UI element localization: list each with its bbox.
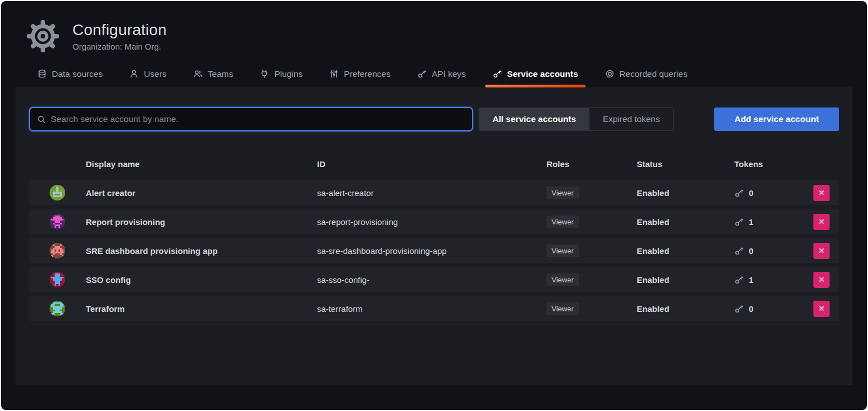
key-icon [417,69,427,79]
page-subtitle: Organization: Main Org. [72,42,167,51]
tab-plugins[interactable]: Plugins [252,60,310,87]
status-text: Enabled [637,246,734,256]
account-display-name[interactable]: Report provisioning [86,217,317,227]
table-row[interactable]: Terraform sa-terraform Viewer Enabled 0 … [29,296,839,321]
column-header-id: ID [317,159,547,169]
close-icon: ✕ [818,188,825,197]
tab-label: Plugins [274,69,303,79]
token-count: 0 [749,188,753,198]
tokens-cell: 0 [734,188,813,198]
role-badge: Viewer [547,187,579,199]
key-icon [492,69,502,79]
token-count: 0 [749,304,753,314]
role-badge: Viewer [547,216,579,228]
database-icon [37,69,47,79]
tokens-cell: 1 [734,275,813,285]
delete-service-account-button[interactable]: ✕ [813,214,830,230]
sliders-icon [329,69,339,79]
table-row[interactable]: Report provisioning sa-report-provisioni… [29,209,839,234]
search-icon [37,115,46,124]
search-input[interactable] [51,114,465,124]
status-text: Enabled [637,275,734,285]
avatar [50,185,65,200]
avatar [50,243,65,258]
column-header-tokens: Tokens [734,159,813,169]
avatar [50,272,65,287]
page-title: Configuration [72,21,167,39]
key-icon [734,304,744,314]
tokens-cell: 0 [734,246,813,256]
close-icon: ✕ [818,246,825,255]
status-text: Enabled [637,217,734,227]
close-icon: ✕ [818,275,825,284]
tab-teams[interactable]: Teams [186,60,241,87]
tab-recorded-queries[interactable]: Recorded queries [598,60,695,87]
account-display-name[interactable]: Terraform [86,304,317,314]
record-icon [605,69,615,79]
close-icon: ✕ [818,304,825,313]
column-header-roles: Roles [547,159,637,169]
account-id: sa-alert-creator [317,188,547,198]
toolbar: All service accounts Expired tokens Add … [29,107,839,131]
key-icon [734,188,744,198]
tab-users[interactable]: Users [122,60,173,87]
filter-expired-tokens[interactable]: Expired tokens [589,108,674,130]
filter-all-service-accounts[interactable]: All service accounts [479,108,589,130]
plug-icon [260,69,269,79]
account-id: sa-sre-dashboard-provisioning-app [317,246,547,256]
account-id: sa-sso-config- [317,275,547,285]
tab-service-accounts[interactable]: Service accounts [485,60,586,87]
tab-label: Preferences [344,69,391,79]
add-service-account-button[interactable]: Add service account [714,107,839,131]
service-accounts-panel: All service accounts Expired tokens Add … [16,87,852,385]
tab-label: Service accounts [507,69,578,79]
role-badge: Viewer [547,244,579,257]
column-header-status: Status [637,159,734,169]
delete-service-account-button[interactable]: ✕ [813,185,830,201]
column-header-display-name: Display name [86,159,317,169]
tab-label: API keys [432,69,466,79]
account-id: sa-terraform [317,304,547,314]
close-icon: ✕ [818,217,825,226]
table-header-row: Display name ID Roles Status Tokens [29,153,839,175]
user-icon [129,69,139,79]
token-count: 1 [749,217,753,227]
tab-label: Recorded queries [620,69,687,79]
delete-service-account-button[interactable]: ✕ [813,243,830,259]
table-row[interactable]: SRE dashboard provisioning app sa-sre-da… [29,238,839,263]
role-badge: Viewer [547,273,579,286]
account-id: sa-report-provisioning [317,217,547,227]
tab-api-keys[interactable]: API keys [410,60,473,87]
status-text: Enabled [637,304,734,314]
account-filter-group: All service accounts Expired tokens [479,107,674,131]
account-display-name[interactable]: SRE dashboard provisioning app [86,246,317,256]
users-icon [193,69,203,79]
delete-service-account-button[interactable]: ✕ [813,272,830,288]
key-icon [734,217,744,227]
service-accounts-table: Display name ID Roles Status Tokens Aler… [29,153,839,321]
config-tab-bar: Data sources Users Teams Plugins Prefere… [1,60,867,87]
app-window: Configuration Organization: Main Org. Da… [0,0,868,411]
search-box [29,107,473,131]
token-count: 0 [749,246,753,256]
avatar [50,301,65,316]
role-badge: Viewer [547,302,579,315]
gear-icon [27,20,59,52]
tab-label: Users [144,69,166,79]
account-display-name[interactable]: Alert creator [86,188,317,198]
tokens-cell: 1 [734,217,813,227]
token-count: 1 [749,275,753,285]
key-icon [734,275,744,285]
table-row[interactable]: Alert creator sa-alert-creator Viewer En… [29,180,839,205]
tab-label: Data sources [52,69,103,79]
table-row[interactable]: SSO config sa-sso-config- Viewer Enabled… [29,267,839,292]
tab-data-sources[interactable]: Data sources [30,60,110,87]
tab-preferences[interactable]: Preferences [322,60,398,87]
delete-service-account-button[interactable]: ✕ [813,301,830,317]
status-text: Enabled [637,188,734,198]
avatar [50,214,65,229]
account-display-name[interactable]: SSO config [86,275,317,285]
tab-label: Teams [208,69,233,79]
page-header: Configuration Organization: Main Org. [1,1,867,52]
tokens-cell: 0 [734,304,813,314]
